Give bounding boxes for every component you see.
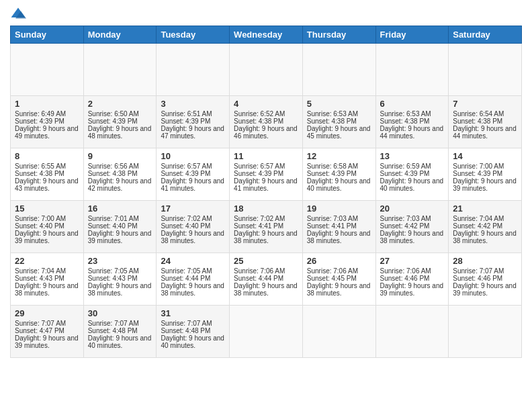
sunrise-text: Sunrise: 6:51 AM: [161, 110, 225, 118]
day-number: 5: [307, 99, 371, 109]
day-number: 20: [380, 203, 445, 214]
calendar-cell: 23Sunrise: 7:05 AMSunset: 4:43 PMDayligh…: [83, 253, 157, 306]
calendar-cell: 15Sunrise: 7:00 AMSunset: 4:40 PMDayligh…: [11, 201, 84, 253]
daylight-text: Daylight: 9 hours and 39 minutes.: [88, 230, 152, 244]
sunrise-text: Sunrise: 7:07 AM: [88, 320, 152, 327]
sunset-text: Sunset: 4:38 PM: [380, 118, 445, 125]
daylight-text: Daylight: 9 hours and 47 minutes.: [161, 125, 225, 140]
day-number: 8: [15, 151, 79, 161]
daylight-text: Daylight: 9 hours and 38 minutes.: [234, 282, 298, 297]
day-number: 23: [88, 256, 152, 266]
week-row-1: 1Sunrise: 6:49 AMSunset: 4:39 PMDaylight…: [11, 96, 522, 148]
day-header-tuesday: Tuesday: [157, 26, 230, 44]
sunrise-text: Sunrise: 6:52 AM: [234, 110, 298, 118]
day-number: 11: [234, 151, 298, 161]
sunset-text: Sunset: 4:43 PM: [15, 275, 79, 282]
daylight-text: Daylight: 9 hours and 42 minutes.: [88, 177, 152, 192]
sunset-text: Sunset: 4:39 PM: [161, 170, 225, 177]
calendar-cell: 10Sunrise: 6:57 AMSunset: 4:39 PMDayligh…: [157, 148, 230, 201]
calendar-cell: 2Sunrise: 6:50 AMSunset: 4:39 PMDaylight…: [83, 96, 157, 148]
calendar-cell: 25Sunrise: 7:06 AMSunset: 4:44 PMDayligh…: [230, 253, 303, 306]
sunset-text: Sunset: 4:41 PM: [234, 222, 298, 230]
calendar-cell: [302, 306, 375, 358]
calendar-cell: 3Sunrise: 6:51 AMSunset: 4:39 PMDaylight…: [157, 96, 230, 148]
day-number: 17: [161, 203, 225, 214]
daylight-text: Daylight: 9 hours and 38 minutes.: [15, 282, 79, 297]
sunrise-text: Sunrise: 6:50 AM: [88, 110, 152, 118]
calendar-cell: 9Sunrise: 6:56 AMSunset: 4:38 PMDaylight…: [83, 148, 157, 201]
day-number: 18: [234, 203, 298, 214]
sunset-text: Sunset: 4:38 PM: [453, 118, 517, 125]
sunrise-text: Sunrise: 6:56 AM: [88, 163, 152, 170]
calendar-cell: 22Sunrise: 7:04 AMSunset: 4:43 PMDayligh…: [11, 253, 84, 306]
daylight-text: Daylight: 9 hours and 40 minutes.: [161, 334, 225, 349]
calendar-cell: 16Sunrise: 7:01 AMSunset: 4:40 PMDayligh…: [83, 201, 157, 253]
day-number: 19: [307, 203, 371, 214]
calendar-cell: 29Sunrise: 7:07 AMSunset: 4:47 PMDayligh…: [11, 306, 84, 358]
daylight-text: Daylight: 9 hours and 40 minutes.: [380, 177, 445, 192]
daylight-text: Daylight: 9 hours and 46 minutes.: [234, 125, 298, 140]
sunset-text: Sunset: 4:42 PM: [453, 222, 517, 230]
calendar-cell: 11Sunrise: 6:57 AMSunset: 4:39 PMDayligh…: [230, 148, 303, 201]
day-number: 28: [453, 256, 517, 266]
day-header-friday: Friday: [375, 26, 449, 44]
sunrise-text: Sunrise: 7:06 AM: [380, 267, 445, 275]
calendar-cell: [449, 306, 522, 358]
sunrise-text: Sunrise: 6:49 AM: [15, 110, 79, 118]
sunset-text: Sunset: 4:42 PM: [380, 222, 445, 230]
sunset-text: Sunset: 4:40 PM: [161, 222, 225, 230]
day-header-wednesday: Wednesday: [230, 26, 303, 44]
sunrise-text: Sunrise: 7:00 AM: [15, 215, 79, 222]
week-row-5: 29Sunrise: 7:07 AMSunset: 4:47 PMDayligh…: [11, 306, 522, 358]
sunrise-text: Sunrise: 6:54 AM: [453, 110, 517, 118]
sunset-text: Sunset: 4:47 PM: [15, 327, 79, 334]
daylight-text: Daylight: 9 hours and 41 minutes.: [234, 177, 298, 192]
daylight-text: Daylight: 9 hours and 38 minutes.: [161, 230, 225, 244]
sunset-text: Sunset: 4:40 PM: [15, 222, 79, 230]
sunrise-text: Sunrise: 7:05 AM: [88, 267, 152, 275]
sunrise-text: Sunrise: 7:05 AM: [161, 267, 225, 275]
day-number: 7: [453, 99, 517, 109]
sunset-text: Sunset: 4:39 PM: [161, 118, 225, 125]
daylight-text: Daylight: 9 hours and 38 minutes.: [234, 230, 298, 244]
sunset-text: Sunset: 4:41 PM: [307, 222, 371, 230]
daylight-text: Daylight: 9 hours and 38 minutes.: [453, 230, 517, 244]
sunrise-text: Sunrise: 7:04 AM: [15, 267, 79, 275]
week-row-0: [11, 44, 522, 96]
day-number: 9: [88, 151, 152, 161]
daylight-text: Daylight: 9 hours and 44 minutes.: [380, 125, 445, 140]
logo: [10, 7, 29, 20]
week-row-2: 8Sunrise: 6:55 AMSunset: 4:38 PMDaylight…: [11, 148, 522, 201]
calendar-cell: 12Sunrise: 6:58 AMSunset: 4:39 PMDayligh…: [302, 148, 375, 201]
sunset-text: Sunset: 4:38 PM: [307, 118, 371, 125]
calendar-table: SundayMondayTuesdayWednesdayThursdayFrid…: [10, 26, 522, 358]
calendar-cell: 7Sunrise: 6:54 AMSunset: 4:38 PMDaylight…: [449, 96, 522, 148]
calendar-cell: [375, 44, 449, 96]
calendar-cell: [230, 306, 303, 358]
calendar-cell: 24Sunrise: 7:05 AMSunset: 4:44 PMDayligh…: [157, 253, 230, 306]
calendar-cell: 21Sunrise: 7:04 AMSunset: 4:42 PMDayligh…: [449, 201, 522, 253]
calendar-cell: 26Sunrise: 7:06 AMSunset: 4:45 PMDayligh…: [302, 253, 375, 306]
calendar-cell: [157, 44, 230, 96]
calendar-cell: 28Sunrise: 7:07 AMSunset: 4:46 PMDayligh…: [449, 253, 522, 306]
sunrise-text: Sunrise: 6:59 AM: [380, 163, 445, 170]
calendar-cell: 6Sunrise: 6:53 AMSunset: 4:38 PMDaylight…: [375, 96, 449, 148]
calendar-cell: 31Sunrise: 7:07 AMSunset: 4:48 PMDayligh…: [157, 306, 230, 358]
day-number: 14: [453, 151, 517, 161]
day-number: 6: [380, 99, 445, 109]
day-number: 15: [15, 203, 79, 214]
sunrise-text: Sunrise: 6:57 AM: [234, 163, 298, 170]
week-row-4: 22Sunrise: 7:04 AMSunset: 4:43 PMDayligh…: [11, 253, 522, 306]
day-header-saturday: Saturday: [449, 26, 522, 44]
daylight-text: Daylight: 9 hours and 43 minutes.: [15, 177, 79, 192]
daylight-text: Daylight: 9 hours and 39 minutes.: [15, 230, 79, 244]
sunrise-text: Sunrise: 7:00 AM: [453, 163, 517, 170]
calendar-cell: 4Sunrise: 6:52 AMSunset: 4:38 PMDaylight…: [230, 96, 303, 148]
sunrise-text: Sunrise: 7:07 AM: [161, 320, 225, 327]
day-number: 3: [161, 99, 225, 109]
sunrise-text: Sunrise: 6:53 AM: [307, 110, 371, 118]
sunset-text: Sunset: 4:39 PM: [15, 118, 79, 125]
daylight-text: Daylight: 9 hours and 38 minutes.: [307, 230, 371, 244]
sunset-text: Sunset: 4:38 PM: [234, 118, 298, 125]
calendar-cell: 18Sunrise: 7:02 AMSunset: 4:41 PMDayligh…: [230, 201, 303, 253]
